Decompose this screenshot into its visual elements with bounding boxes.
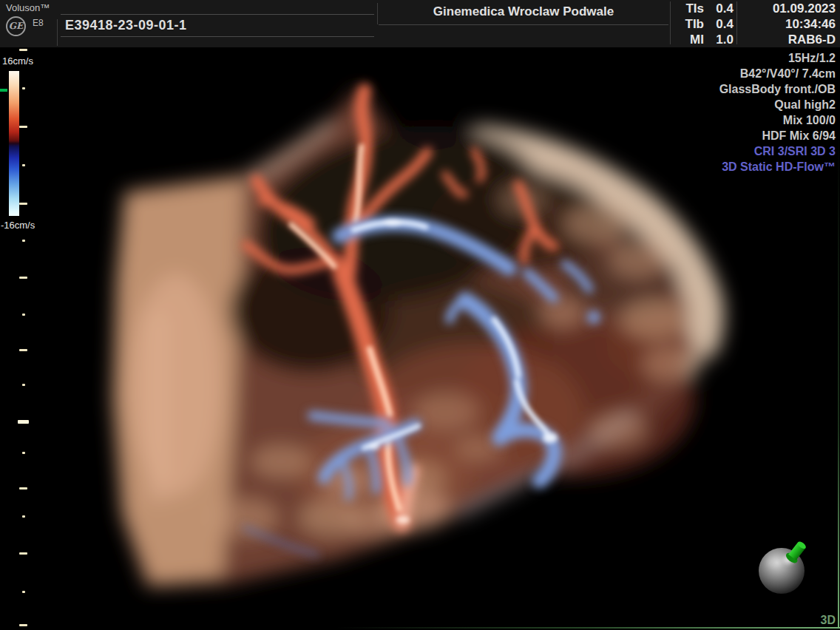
depth-ruler xyxy=(0,0,34,630)
ti-row: TIb 0.4 xyxy=(670,16,734,32)
depth-tick xyxy=(22,384,25,386)
depth-tick xyxy=(22,515,25,518)
depth-tick xyxy=(22,240,25,242)
param-line-mode: 3D Static HD-Flow™ xyxy=(719,159,836,175)
index-value: 0.4 xyxy=(711,17,734,32)
render-mode-label: 3D xyxy=(821,614,836,627)
depth-tick xyxy=(19,126,27,128)
param-line: Mix 100/0 xyxy=(719,112,836,128)
param-line: GlassBody front./OB xyxy=(719,81,836,97)
time-label: 10:34:46 xyxy=(773,16,836,32)
depth-tick xyxy=(19,277,27,279)
orientation-sphere xyxy=(759,539,808,594)
depth-tick xyxy=(19,49,27,51)
ultrasound-render xyxy=(0,0,840,630)
depth-tick xyxy=(19,203,27,205)
param-line: B42°/V40°/ 7.4cm xyxy=(719,66,836,81)
patient-id-value: E39418-23-09-01-1 xyxy=(61,18,187,33)
param-line: 15Hz/1.2 xyxy=(719,50,836,66)
depth-tick xyxy=(19,624,27,626)
ultrasound-screen: Voluson™ GE E8 E39418-23-09-01-1 Ginemed… xyxy=(0,0,840,630)
index-label: TIs xyxy=(685,1,704,16)
index-label: MI xyxy=(690,33,704,47)
image-border-right xyxy=(838,133,839,629)
depth-tick xyxy=(22,164,25,166)
param-line: Qual high2 xyxy=(719,97,836,112)
probe-label: RAB6-D xyxy=(773,32,836,47)
index-value: 1.0 xyxy=(711,33,734,47)
depth-tick xyxy=(22,591,25,593)
param-line-cri-sri: CRI 3/SRI 3D 3 xyxy=(719,143,836,159)
depth-tick xyxy=(19,487,27,490)
imaging-parameters: 15Hz/1.2 B42°/V40°/ 7.4cm GlassBody fron… xyxy=(719,50,836,175)
tissue-volume xyxy=(112,87,708,587)
depth-tick xyxy=(22,87,25,89)
depth-tick xyxy=(18,420,29,424)
model-label: E8 xyxy=(33,18,44,28)
header-divider xyxy=(57,19,58,46)
header-divider xyxy=(736,1,737,44)
acoustic-indices: TIs 0.4 TIb 0.4 MI 1.0 xyxy=(670,1,734,47)
header-divider xyxy=(379,24,668,25)
depth-tick xyxy=(22,452,25,454)
depth-tick xyxy=(22,314,25,316)
ti-row: MI 1.0 xyxy=(670,32,734,47)
header-divider xyxy=(377,3,378,24)
ti-row: TIs 0.4 xyxy=(670,1,734,16)
header-bar: Voluson™ GE E8 E39418-23-09-01-1 Ginemed… xyxy=(0,0,840,47)
depth-tick xyxy=(19,349,27,351)
date-label: 01.09.2023 xyxy=(773,1,836,16)
param-line: HDF Mix 6/94 xyxy=(719,128,836,143)
image-border-bottom xyxy=(0,627,840,629)
datetime-block: 01.09.2023 10:34:46 RAB6-D xyxy=(773,1,836,47)
clinic-name: Ginemedica Wroclaw Podwale xyxy=(379,4,668,19)
depth-tick xyxy=(19,552,27,555)
index-label: TIb xyxy=(685,17,705,32)
patient-id-field: E39418-23-09-01-1 xyxy=(61,14,374,37)
index-value: 0.4 xyxy=(711,1,734,16)
